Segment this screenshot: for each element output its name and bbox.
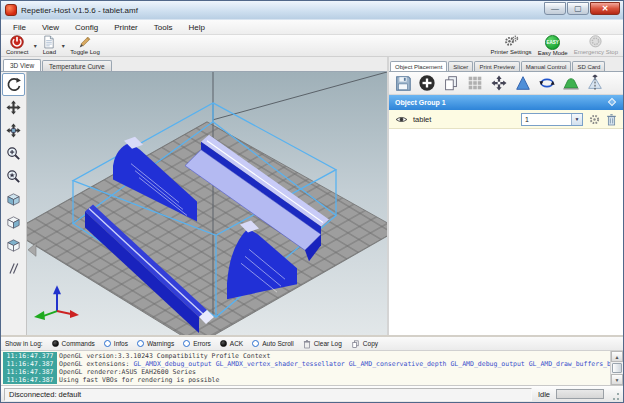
copies-dropdown[interactable]: 1 ▼ bbox=[521, 113, 583, 126]
close-button[interactable]: ✕ bbox=[590, 2, 620, 15]
tab-slicer[interactable]: Slicer bbox=[448, 61, 473, 71]
right-panel: Object Placement Slicer Print Preview Ma… bbox=[387, 57, 623, 335]
log-lines: 11:16:47.377 OpenGL version:3.3.10243 Co… bbox=[1, 351, 610, 385]
autoposition-grid-icon bbox=[466, 74, 484, 92]
tab-manual-control[interactable]: Manual Control bbox=[521, 61, 572, 71]
object-group-header[interactable]: Object Group 1 bbox=[389, 95, 623, 110]
log-toolbar: Show in Log: Commands Infos Warnings Err… bbox=[1, 337, 623, 351]
cut-object-button[interactable] bbox=[584, 73, 605, 94]
scale-object-button[interactable] bbox=[512, 73, 533, 94]
add-object-button[interactable] bbox=[416, 73, 437, 94]
scale-triangle-icon bbox=[514, 74, 532, 92]
toggle-errors[interactable]: Errors bbox=[183, 340, 211, 347]
toggle-infos[interactable]: Infos bbox=[104, 340, 128, 347]
load-file-icon bbox=[42, 35, 56, 49]
top-view-cube-icon bbox=[5, 237, 22, 254]
visibility-eye-icon[interactable] bbox=[395, 115, 408, 124]
toggle-ack[interactable]: ACK bbox=[220, 340, 243, 347]
object-toolbar bbox=[389, 71, 623, 95]
toggle-auto-scroll[interactable]: Auto Scroll bbox=[252, 340, 293, 347]
scrollbar-thumb[interactable] bbox=[612, 363, 622, 373]
printer-settings-gears-icon bbox=[504, 35, 519, 49]
menu-view[interactable]: View bbox=[34, 21, 67, 34]
object-settings-gear-icon[interactable] bbox=[588, 113, 601, 126]
clear-log-button[interactable]: Clear Log bbox=[303, 339, 342, 349]
move-viewpoint-icon bbox=[5, 99, 22, 116]
cut-object-icon bbox=[586, 74, 604, 92]
lay-flat-button[interactable] bbox=[560, 73, 581, 94]
maximize-button[interactable]: ▢ bbox=[567, 2, 589, 15]
autoposition-button[interactable] bbox=[464, 73, 485, 94]
pencil-icon bbox=[78, 35, 92, 49]
toggle-commands-icon bbox=[52, 340, 59, 347]
zoom-button[interactable] bbox=[2, 142, 25, 165]
tab-print-preview[interactable]: Print Preview bbox=[474, 61, 519, 71]
load-dropdown-arrow[interactable]: ▾ bbox=[59, 35, 67, 56]
menu-bar: File View Config Printer Tools Help bbox=[1, 19, 623, 35]
menu-tools[interactable]: Tools bbox=[146, 21, 181, 34]
rotate-view-icon bbox=[5, 76, 22, 93]
menu-printer[interactable]: Printer bbox=[106, 21, 146, 34]
toggle-commands[interactable]: Commands bbox=[52, 340, 95, 347]
log-body: 11:16:47.377 OpenGL version:3.3.10243 Co… bbox=[1, 351, 623, 385]
lay-flat-icon bbox=[562, 74, 580, 92]
app-window: Repetier-Host V1.5.6 - tablet.amf — ▢ ✕ … bbox=[0, 0, 624, 403]
tab-sd-card[interactable]: SD Card bbox=[572, 61, 605, 71]
parallel-projection-button[interactable] bbox=[2, 257, 25, 280]
log-line: 11:16:47.387 OpenGL extensions: GL_AMDX_… bbox=[1, 360, 610, 368]
easy-mode-button[interactable]: EASY Easy Mode bbox=[535, 35, 571, 56]
status-bar: Disconnected: default Idle bbox=[1, 385, 623, 402]
menu-file[interactable]: File bbox=[5, 21, 34, 34]
copy-log-button[interactable]: Copy bbox=[351, 339, 378, 349]
connect-dropdown-arrow[interactable]: ▾ bbox=[31, 35, 39, 56]
center-object-icon bbox=[490, 74, 508, 92]
printer-settings-button[interactable]: Printer Settings bbox=[488, 35, 535, 56]
load-button[interactable]: Load bbox=[39, 35, 59, 56]
menu-config[interactable]: Config bbox=[67, 21, 106, 34]
center-object-button[interactable] bbox=[488, 73, 509, 94]
rotate-view-button[interactable] bbox=[2, 73, 25, 96]
zoom-in-icon bbox=[5, 145, 22, 162]
fit-printer-button[interactable] bbox=[2, 165, 25, 188]
clear-log-trash-icon bbox=[303, 339, 311, 349]
dropdown-arrow-icon[interactable]: ▼ bbox=[571, 114, 582, 125]
menu-help[interactable]: Help bbox=[180, 21, 212, 34]
scroll-up-arrow[interactable]: ▲ bbox=[611, 351, 623, 362]
save-objects-button[interactable] bbox=[392, 73, 413, 94]
copy-pages-icon bbox=[442, 74, 460, 92]
log-line: 11:16:47.387 OpenGL renderer:ASUS EAH260… bbox=[1, 368, 610, 376]
connect-icon bbox=[10, 35, 24, 49]
object-row-tablet[interactable]: tablet 1 ▼ bbox=[389, 110, 623, 129]
easy-mode-icon: EASY bbox=[545, 35, 560, 50]
toggle-warnings[interactable]: Warnings bbox=[137, 340, 174, 347]
connect-button[interactable]: Connect bbox=[3, 35, 31, 56]
toolbar-spacer bbox=[103, 35, 488, 56]
toggle-errors-icon bbox=[183, 340, 190, 347]
top-view-button[interactable] bbox=[2, 234, 25, 257]
rotate-object-button[interactable] bbox=[536, 73, 557, 94]
resize-grip[interactable] bbox=[610, 388, 620, 401]
toggle-log-button[interactable]: Toggle Log bbox=[67, 35, 102, 56]
delete-trash-icon[interactable] bbox=[606, 113, 617, 126]
tab-object-placement[interactable]: Object Placement bbox=[390, 61, 447, 71]
minimize-button[interactable]: — bbox=[544, 2, 566, 15]
front-view-button[interactable] bbox=[2, 211, 25, 234]
viewport-3d[interactable] bbox=[27, 72, 387, 335]
tab-temperature-curve[interactable]: Temperature Curve bbox=[42, 60, 112, 71]
title-bar[interactable]: Repetier-Host V1.5.6 - tablet.amf — ▢ ✕ bbox=[1, 1, 623, 19]
copy-object-button[interactable] bbox=[440, 73, 461, 94]
scroll-down-arrow[interactable]: ▼ bbox=[611, 374, 623, 385]
app-icon bbox=[5, 4, 17, 16]
tab-3d-view[interactable]: 3D View bbox=[3, 59, 41, 71]
log-scrollbar[interactable]: ▲ ▼ bbox=[610, 351, 623, 385]
move-object-button[interactable] bbox=[2, 119, 25, 142]
log-line: 11:16:47.387 Using fast VBOs for renderi… bbox=[1, 376, 610, 384]
toggle-auto-scroll-icon bbox=[252, 340, 259, 347]
object-list-empty bbox=[389, 129, 623, 335]
isometric-view-button[interactable] bbox=[2, 188, 25, 211]
show-in-log-label: Show in Log: bbox=[5, 340, 43, 347]
right-tabstrip: Object Placement Slicer Print Preview Ma… bbox=[389, 57, 623, 71]
move-viewpoint-button[interactable] bbox=[2, 96, 25, 119]
view-body bbox=[1, 71, 387, 335]
view-side-toolbar bbox=[1, 72, 27, 335]
